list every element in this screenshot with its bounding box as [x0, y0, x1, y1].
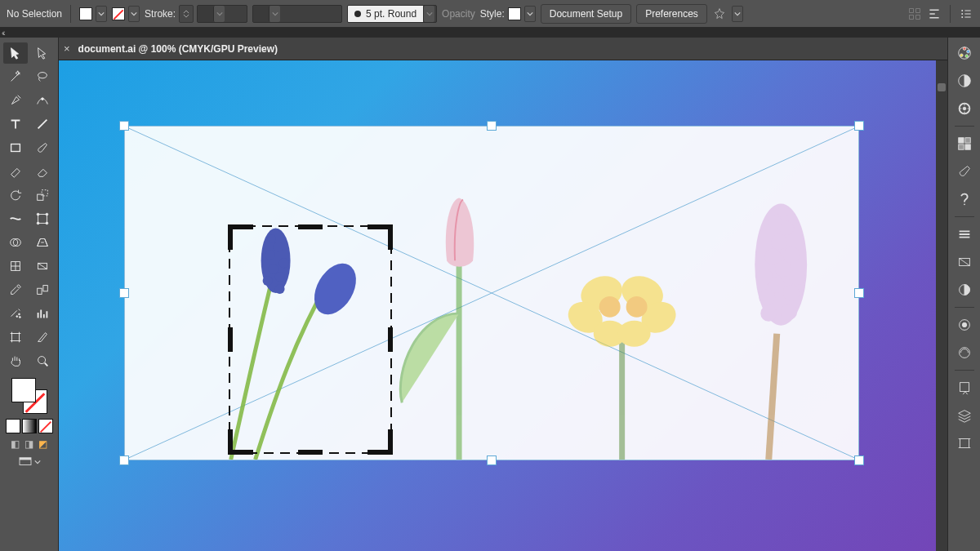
gradient-panel-icon[interactable] [952, 251, 977, 273]
type-tool[interactable] [3, 113, 28, 135]
perspective-grid-tool[interactable] [30, 232, 55, 253]
fill-picker[interactable] [79, 6, 107, 22]
svg-point-75 [964, 55, 968, 58]
close-icon[interactable]: × [64, 42, 70, 55]
asset-export-panel-icon[interactable] [952, 377, 977, 398]
scroll-thumb[interactable] [938, 83, 946, 91]
svg-rect-26 [12, 334, 20, 341]
chevron-down-icon[interactable] [524, 6, 536, 22]
recolor-panel-icon[interactable] [952, 98, 977, 119]
stroke-weight-combo[interactable] [197, 5, 247, 23]
stroke-weight-stepper[interactable] [179, 5, 194, 23]
transparency-panel-icon[interactable] [952, 279, 977, 300]
eraser-tool[interactable] [30, 161, 55, 182]
chevron-down-icon[interactable] [423, 6, 434, 22]
shaper-tool[interactable] [3, 161, 28, 182]
svg-point-65 [771, 233, 787, 250]
direct-selection-tool[interactable] [30, 42, 55, 64]
svg-point-13 [37, 213, 39, 216]
curvature-tool[interactable] [30, 90, 55, 111]
svg-rect-11 [42, 190, 47, 196]
pin-icon[interactable] [712, 7, 727, 21]
chevron-down-icon[interactable] [732, 6, 743, 22]
color-panel-icon[interactable] [952, 42, 977, 64]
magic-wand-tool[interactable] [3, 66, 28, 87]
symbol-sprayer-tool[interactable] [3, 303, 28, 324]
shape-builder-tool[interactable] [3, 232, 28, 253]
vp-profile-combo[interactable] [252, 5, 342, 23]
paintbrush-tool[interactable] [30, 137, 55, 158]
graphic-styles-panel-icon[interactable] [952, 342, 977, 363]
svg-point-16 [46, 222, 48, 224]
selection-display: No Selection [7, 8, 62, 20]
free-transform-tool[interactable] [30, 208, 55, 229]
tab-bar: × document.ai @ 100% (CMYK/GPU Preview) [59, 38, 947, 60]
slice-tool[interactable] [30, 327, 55, 348]
pen-tool[interactable] [3, 90, 28, 111]
svg-rect-10 [38, 194, 43, 200]
grid-icon[interactable] [907, 7, 922, 21]
draw-behind-icon[interactable]: ◨ [24, 438, 33, 450]
fill-color-icon[interactable] [11, 378, 36, 402]
appearance-panel-icon[interactable] [952, 314, 977, 335]
chevron-down-icon[interactable] [269, 6, 280, 22]
none-color-icon[interactable] [38, 419, 53, 433]
swatches-panel-icon[interactable] [952, 133, 977, 154]
style-label: Style: [480, 8, 505, 20]
stroke-swatch-icon[interactable] [112, 7, 125, 20]
width-tool[interactable] [3, 208, 28, 229]
scale-tool[interactable] [30, 184, 55, 206]
canvas[interactable] [59, 60, 947, 551]
artboards-panel-icon[interactable] [952, 433, 977, 454]
svg-point-14 [46, 213, 48, 216]
lasso-tool[interactable] [30, 66, 55, 87]
column-graph-tool[interactable] [30, 303, 55, 324]
brush-combo[interactable]: 5 pt. Round [347, 5, 437, 23]
zoom-tool[interactable] [30, 350, 55, 371]
fill-swatch-icon[interactable] [79, 7, 92, 20]
preferences-button[interactable]: Preferences [636, 4, 707, 24]
selection-tool[interactable] [3, 42, 28, 64]
document-setup-button[interactable]: Document Setup [541, 4, 631, 24]
vertical-scrollbar[interactable] [936, 60, 947, 551]
stroke-picker[interactable] [112, 6, 140, 22]
style-swatch-icon[interactable] [508, 7, 521, 20]
gradient-icon[interactable] [22, 419, 37, 433]
svg-point-69 [760, 305, 777, 322]
mesh-tool[interactable] [3, 256, 28, 277]
draw-inside-icon[interactable]: ◩ [38, 438, 47, 450]
svg-point-58 [783, 285, 800, 301]
brushes-panel-icon[interactable] [952, 161, 977, 182]
chevron-down-icon[interactable] [128, 6, 140, 22]
hand-tool[interactable] [3, 350, 28, 371]
svg-point-5 [961, 13, 963, 15]
svg-point-74 [966, 50, 969, 53]
svg-point-23 [19, 313, 20, 315]
collapse-strip[interactable]: ‹‹ [0, 28, 980, 38]
brush-preview: 5 pt. Round [348, 6, 423, 22]
blend-tool[interactable] [30, 279, 55, 300]
rotate-tool[interactable] [3, 184, 28, 206]
fill-stroke-stack[interactable] [11, 378, 47, 414]
crop-marquee[interactable] [229, 225, 392, 454]
stroke-panel-icon[interactable] [952, 224, 977, 245]
line-segment-tool[interactable] [30, 113, 55, 135]
right-panel-dock [947, 38, 980, 551]
chevron-down-icon[interactable] [213, 6, 225, 22]
svg-rect-79 [958, 138, 963, 143]
color-guide-panel-icon[interactable] [952, 70, 977, 91]
rectangle-tool[interactable] [3, 137, 28, 158]
control-bar: No Selection Stroke: 5 pt. Round Opacity… [0, 0, 980, 28]
align-icon[interactable] [927, 7, 942, 21]
draw-normal-icon[interactable]: ◧ [11, 438, 20, 450]
symbols-panel-icon[interactable] [952, 189, 977, 210]
screen-mode-button[interactable] [18, 456, 41, 468]
gradient-tool[interactable] [30, 256, 55, 277]
solid-color-icon[interactable] [6, 419, 20, 433]
layers-panel-icon[interactable] [952, 405, 977, 426]
tab-title[interactable]: document.ai @ 100% (CMYK/GPU Preview) [78, 43, 278, 55]
menu-icon[interactable] [959, 7, 973, 21]
chevron-down-icon[interactable] [96, 6, 107, 22]
artboard-tool[interactable] [3, 327, 28, 348]
eyedropper-tool[interactable] [3, 279, 28, 300]
